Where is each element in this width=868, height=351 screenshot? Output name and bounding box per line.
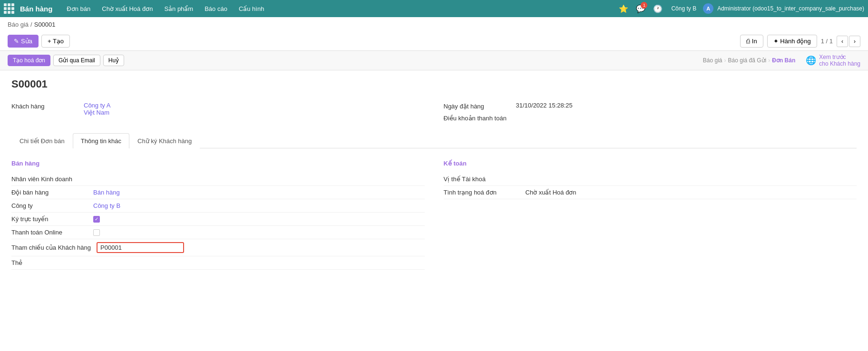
- action-button[interactable]: ✦ Hành động: [767, 35, 817, 48]
- user-name: Administrator (odoo15_to_inter_company_s…: [717, 5, 864, 12]
- tab-content: Bán hàng Nhân viên Kinh doanh Đội bán hà…: [11, 156, 857, 273]
- toolbar: ✎ Sửa + Tạo ⎙ In ✦ Hành động 1 / 1 ‹ ›: [0, 32, 868, 51]
- field-right: Ngày đặt hàng 31/10/2022 15:28:25 Điều k…: [444, 100, 857, 124]
- user-avatar: A: [703, 3, 713, 14]
- prev-arrow[interactable]: ‹: [837, 36, 848, 47]
- nav-item-san-pham[interactable]: Sản phẩm: [159, 0, 198, 17]
- value-doi-ban-hang[interactable]: Bán hàng: [93, 189, 120, 196]
- field-thanh-toan-online: Thanh toán Online: [11, 226, 425, 239]
- top-navigation: Bán hàng Đơn bán Chờ xuất Hoá đơn Sản ph…: [0, 0, 868, 17]
- print-button[interactable]: ⎙ In: [740, 35, 763, 48]
- breadcrumb: Báo giá / S00001: [0, 17, 868, 32]
- send-email-button[interactable]: Gửi qua Email: [53, 55, 100, 66]
- chat-icon[interactable]: 💬1: [634, 2, 647, 15]
- label-tham-chieu: Tham chiếu của Khách hàng: [11, 244, 91, 251]
- checkbox-thanh-toan-online[interactable]: [93, 229, 100, 236]
- field-cong-ty: Công ty Công ty B: [11, 199, 425, 213]
- clock-icon[interactable]: 🕐: [651, 2, 664, 15]
- label-the: Thẻ: [11, 259, 88, 266]
- company-label: Công ty B: [668, 5, 699, 12]
- breadcrumb-current: S00001: [34, 21, 56, 28]
- label-vi-the-tai-khoa: Vị thế Tài khoá: [444, 176, 520, 183]
- field-tinh-trang-hoa-don: Tình trạng hoá đơn Chờ xuất Hoá đơn: [444, 186, 857, 199]
- value-khach-hang[interactable]: Công ty A Việt Nam: [84, 102, 110, 116]
- label-tinh-trang-hoa-don: Tình trạng hoá đơn: [444, 189, 520, 196]
- create-button[interactable]: + Tạo: [41, 35, 70, 48]
- step-arrow-2: ›: [768, 57, 770, 64]
- step-bao-gia[interactable]: Báo giá: [703, 57, 722, 64]
- field-khach-hang: Khách hàng Công ty A Việt Nam: [11, 100, 425, 124]
- label-thanh-toan-online: Thanh toán Online: [11, 229, 88, 236]
- preview-label[interactable]: Xem trước cho Khách hàng: [819, 54, 860, 67]
- label-khach-hang: Khách hàng: [11, 102, 78, 110]
- status-bar: Tạo hoá đơn Gửi qua Email Huỷ Báo giá › …: [0, 51, 868, 70]
- checkbox-ky-truc-tuyen[interactable]: ✓: [93, 216, 100, 223]
- field-vi-the-tai-khoa: Vị thế Tài khoá: [444, 173, 857, 186]
- section-title-ke-toan: Kế toán: [444, 160, 857, 167]
- field-tham-chieu: Tham chiếu của Khách hàng: [11, 239, 425, 256]
- main-content: S00001 Khách hàng Công ty A Việt Nam Ngà…: [0, 70, 868, 281]
- step-bao-gia-gui[interactable]: Báo giá đã Gửi: [728, 57, 767, 64]
- nav-item-cau-hinh[interactable]: Cấu hình: [234, 0, 269, 17]
- pagination-label: 1 / 1: [821, 38, 833, 45]
- label-dieu-khoan: Điều khoản thanh toán: [444, 114, 510, 122]
- star-icon[interactable]: ⭐: [617, 2, 630, 15]
- label-cong-ty: Công ty: [11, 202, 88, 209]
- section-ban-hang: Bán hàng Nhân viên Kinh doanh Đội bán hà…: [11, 160, 425, 270]
- nav-item-bao-cao[interactable]: Báo cáo: [200, 0, 232, 17]
- label-ky-truc-tuyen: Ký trực tuyến: [11, 215, 88, 223]
- top-nav-right: ⭐ 💬1 🕐 Công ty B A Administrator (odoo15…: [617, 2, 864, 15]
- label-ngay-dat-hang: Ngày đặt hàng: [444, 102, 510, 110]
- section-grid: Bán hàng Nhân viên Kinh doanh Đội bán hà…: [11, 160, 857, 270]
- cancel-button[interactable]: Huỷ: [103, 55, 124, 66]
- step-arrow-1: ›: [724, 57, 726, 64]
- preview-section: 🌐 Xem trước cho Khách hàng: [806, 54, 860, 67]
- label-doi-ban-hang: Đội bán hàng: [11, 189, 88, 196]
- brand-label[interactable]: Bán hàng: [20, 5, 52, 13]
- status-steps: Báo giá › Báo giá đã Gửi › Đơn Bán: [703, 57, 795, 64]
- section-title-ban-hang: Bán hàng: [11, 160, 425, 167]
- nav-item-don-ban[interactable]: Đơn bán: [62, 0, 95, 17]
- tab-chi-tiet[interactable]: Chi tiết Đơn bán: [11, 133, 73, 148]
- edit-icon: ✎: [14, 38, 19, 45]
- create-invoice-button[interactable]: Tạo hoá đơn: [8, 55, 50, 66]
- apps-grid-icon[interactable]: [4, 3, 14, 14]
- form-grid: Khách hàng Công ty A Việt Nam Ngày đặt h…: [11, 100, 857, 124]
- toolbar-right: ⎙ In ✦ Hành động 1 / 1 ‹ ›: [740, 35, 860, 48]
- edit-button[interactable]: ✎ Sửa: [8, 35, 39, 48]
- tab-thong-tin-khac[interactable]: Thông tin khác: [73, 133, 129, 148]
- field-doi-ban-hang: Đội bán hàng Bán hàng: [11, 186, 425, 199]
- tabs: Chi tiết Đơn bán Thông tin khác Chữ ký K…: [11, 133, 857, 148]
- breadcrumb-parent[interactable]: Báo giá: [8, 21, 29, 28]
- value-tinh-trang-hoa-don: Chờ xuất Hoá đơn: [526, 189, 576, 196]
- step-don-ban[interactable]: Đơn Bán: [772, 57, 795, 64]
- nav-arrows: ‹ ›: [837, 36, 860, 47]
- label-nhan-vien: Nhân viên Kinh doanh: [11, 176, 88, 183]
- globe-icon: 🌐: [806, 55, 816, 66]
- section-ke-toan: Kế toán Vị thế Tài khoá Tình trạng hoá đ…: [444, 160, 857, 270]
- field-ky-truc-tuyen: Ký trực tuyến ✓: [11, 213, 425, 226]
- document-title: S00001: [11, 78, 857, 90]
- nav-item-cho-xuat[interactable]: Chờ xuất Hoá đơn: [97, 0, 157, 17]
- value-ngay-dat-hang: 31/10/2022 15:28:25: [516, 102, 573, 109]
- input-tham-chieu[interactable]: [97, 242, 184, 253]
- next-arrow[interactable]: ›: [849, 36, 860, 47]
- value-cong-ty[interactable]: Công ty B: [93, 202, 120, 209]
- field-the: Thẻ: [11, 256, 425, 270]
- breadcrumb-separator: /: [30, 21, 32, 28]
- tab-chu-ky[interactable]: Chữ ký Khách hàng: [129, 133, 200, 148]
- field-nhan-vien: Nhân viên Kinh doanh: [11, 173, 425, 186]
